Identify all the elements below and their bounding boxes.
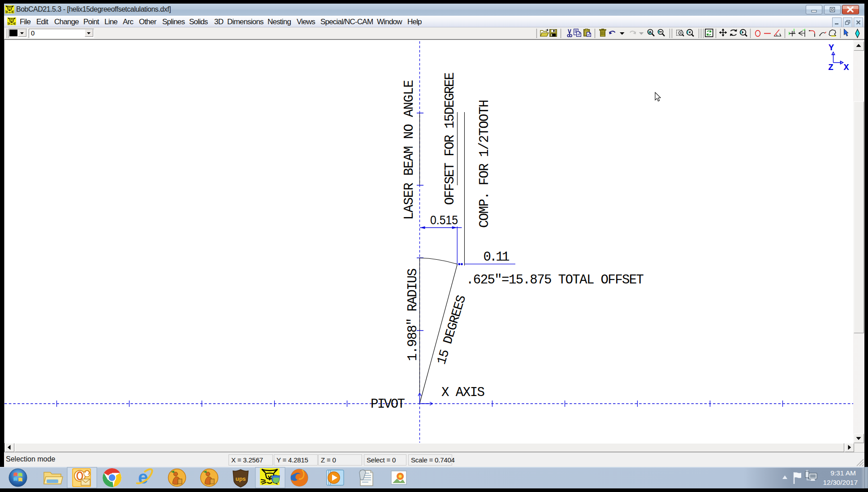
svg-text:12/30/2017: 12/30/2017 (823, 479, 858, 486)
svg-text:9:31 AM: 9:31 AM (830, 469, 856, 477)
svg-text:OFFSET FOR 15DEGREE: OFFSET FOR 15DEGREE (443, 72, 458, 205)
svg-text:COMP. FOR 1/2TOOTH: COMP. FOR 1/2TOOTH (477, 100, 492, 228)
svg-text:1.988" RADIUS: 1.988" RADIUS (406, 268, 420, 361)
svg-text:X: X (844, 62, 849, 73)
svg-text:ups: ups (235, 475, 246, 482)
svg-text:LASER BEAM NO ANGLE: LASER BEAM NO ANGLE (402, 80, 417, 220)
svg-text:Z: Z (828, 62, 833, 73)
svg-text:.625"=15.875 TOTAL OFFSET: .625"=15.875 TOTAL OFFSET (466, 273, 644, 287)
svg-text:PIVOT: PIVOT (371, 397, 405, 412)
svg-text:Y: Y (829, 43, 834, 53)
svg-text:0.11: 0.11 (484, 250, 510, 265)
svg-text:X AXIS: X AXIS (441, 385, 485, 400)
svg-text:A: A (649, 30, 652, 34)
svg-text:0.515: 0.515 (430, 213, 458, 227)
